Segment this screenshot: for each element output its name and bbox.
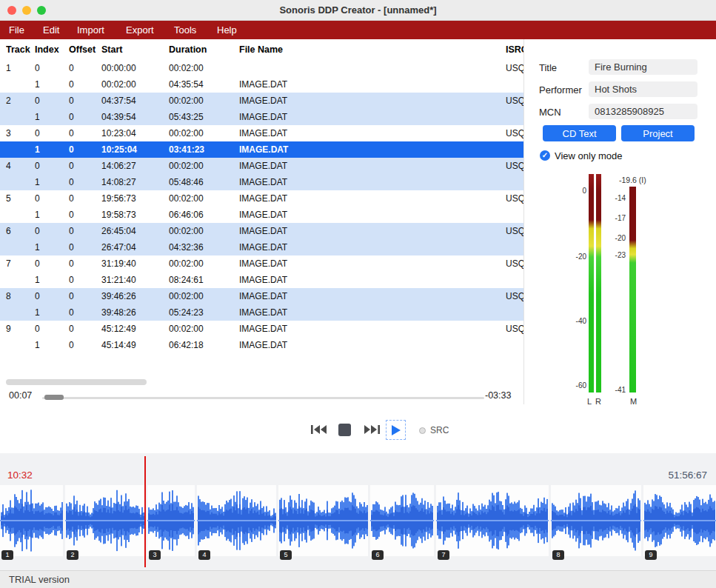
play-button[interactable] xyxy=(386,420,406,440)
table-row[interactable]: 80039:46:2600:02:00IMAGE.DATUSQ xyxy=(0,288,523,304)
waveform-strip[interactable]: 123456789 xyxy=(0,485,716,563)
stop-icon[interactable] xyxy=(338,424,351,436)
table-row[interactable]: 1026:47:0404:32:36IMAGE.DAT xyxy=(0,239,523,255)
status-bar: TRIAL version xyxy=(0,570,716,588)
waveform-track-number[interactable]: 2 xyxy=(67,550,78,560)
table-row[interactable]: 1045:14:4906:42:18IMAGE.DAT xyxy=(0,337,523,353)
table-row[interactable]: 20004:37:5400:02:00IMAGE.DATUSQ xyxy=(0,93,523,109)
cell-index: 0 xyxy=(35,158,69,174)
cell-isrc: USQ xyxy=(506,255,523,272)
table-row[interactable]: 1019:58:7306:46:06IMAGE.DAT xyxy=(0,207,523,223)
lr-meter-scale-label: 0 xyxy=(563,187,586,195)
total-duration-time: 51:56:67 xyxy=(668,470,707,481)
table-row[interactable]: 1039:48:2605:24:23IMAGE.DAT xyxy=(0,304,523,321)
cell-isrc: USQ xyxy=(506,321,523,337)
waveform-track-segment[interactable] xyxy=(0,485,63,556)
cell-track: 3 xyxy=(6,125,35,141)
waveform-track-number[interactable]: 4 xyxy=(198,550,210,560)
waveform-track-segment[interactable] xyxy=(147,485,195,556)
table-row[interactable]: 60026:45:0400:02:00IMAGE.DATUSQ xyxy=(0,223,523,239)
waveform-track-segment[interactable] xyxy=(65,485,145,556)
waveform-track-segment[interactable] xyxy=(436,485,549,556)
table-row[interactable]: 1010:25:0403:41:23IMAGE.DAT xyxy=(0,141,523,158)
menu-item-help[interactable]: Help xyxy=(217,21,237,39)
cell-index: 0 xyxy=(35,125,69,141)
track-table-body: 10000:00:0000:02:00USQ1000:02:0004:35:54… xyxy=(0,60,523,353)
table-row[interactable]: 50019:56:7300:02:00IMAGE.DATUSQ xyxy=(0,190,523,207)
column-header-filename[interactable]: File Name xyxy=(239,39,506,60)
table-row[interactable]: 30010:23:0400:02:00IMAGE.DATUSQ xyxy=(0,125,523,141)
cell-track: 4 xyxy=(6,158,35,174)
playhead-line[interactable] xyxy=(144,456,146,567)
cell-start: 45:12:49 xyxy=(101,321,169,337)
mono-loudness-meter xyxy=(629,187,636,392)
table-row[interactable]: 40014:06:2700:02:00IMAGE.DATUSQ xyxy=(0,158,523,174)
performer-field-label: Performer xyxy=(539,84,582,96)
cell-start: 10:25:04 xyxy=(101,141,169,158)
play-icon xyxy=(391,424,401,436)
cell-duration: 00:02:00 xyxy=(169,255,239,272)
waveform-track-segment[interactable] xyxy=(551,485,641,556)
mcn-field[interactable] xyxy=(589,104,697,119)
column-header-index[interactable]: Index xyxy=(35,39,69,60)
menu-item-tools[interactable]: Tools xyxy=(174,21,196,39)
waveform-track-number[interactable]: 8 xyxy=(552,550,564,560)
cell-duration: 08:24:61 xyxy=(169,272,239,288)
cell-file: IMAGE.DAT xyxy=(239,76,506,93)
cell-index: 0 xyxy=(35,190,69,207)
waveform-track-number[interactable]: 1 xyxy=(1,550,13,560)
table-row[interactable]: 1031:21:4008:24:61IMAGE.DAT xyxy=(0,272,523,288)
waveform-track-segment[interactable] xyxy=(370,485,434,556)
column-header-duration[interactable]: Duration xyxy=(169,39,239,60)
cell-index: 0 xyxy=(35,288,69,304)
cell-track xyxy=(6,239,35,255)
waveform-track-segment[interactable] xyxy=(643,485,716,556)
table-row[interactable]: 70031:19:4000:02:00IMAGE.DATUSQ xyxy=(0,255,523,272)
table-row[interactable]: 1000:02:0004:35:54IMAGE.DAT xyxy=(0,76,523,93)
table-row[interactable]: 1004:39:5405:43:25IMAGE.DAT xyxy=(0,109,523,125)
cell-offset: 0 xyxy=(69,239,101,255)
performer-field[interactable] xyxy=(589,81,697,97)
previous-track-icon[interactable] xyxy=(310,423,327,436)
project-button[interactable]: Project xyxy=(621,125,695,141)
column-header-offset[interactable]: Offset xyxy=(69,39,101,60)
src-indicator-led[interactable] xyxy=(419,427,426,434)
menu-item-import[interactable]: Import xyxy=(77,21,104,39)
waveform-graphic xyxy=(370,485,434,556)
menu-item-edit[interactable]: Edit xyxy=(43,21,59,39)
seek-slider-thumb[interactable] xyxy=(44,395,64,400)
cell-offset: 0 xyxy=(69,174,101,190)
cell-offset: 0 xyxy=(69,304,101,321)
lr-meter-scale-label: -20 xyxy=(563,253,586,261)
waveform-track-number[interactable]: 9 xyxy=(645,550,657,560)
table-row[interactable]: 90045:12:4900:02:00IMAGE.DATUSQ xyxy=(0,321,523,337)
menu-item-file[interactable]: File xyxy=(9,21,24,39)
cell-start: 39:48:26 xyxy=(101,304,169,321)
waveform-track-segment[interactable] xyxy=(278,485,368,556)
table-row[interactable]: 10000:00:0000:02:00USQ xyxy=(0,60,523,76)
cd-text-button[interactable]: CD Text xyxy=(543,125,616,141)
cell-duration: 00:02:00 xyxy=(169,158,239,174)
next-track-icon[interactable] xyxy=(364,423,381,436)
column-header-track[interactable]: Track xyxy=(6,39,35,60)
cell-isrc xyxy=(506,76,523,93)
waveform-track-number[interactable]: 5 xyxy=(280,550,292,560)
title-field[interactable] xyxy=(589,59,697,75)
view-only-checkbox-icon[interactable]: ✓ xyxy=(540,150,550,161)
cell-offset: 0 xyxy=(69,109,101,125)
table-row[interactable]: 1014:08:2705:48:46IMAGE.DAT xyxy=(0,174,523,190)
table-horizontal-scrollbar[interactable] xyxy=(6,379,147,385)
waveform-track-number[interactable]: 7 xyxy=(438,550,449,560)
waveform-track-number[interactable]: 6 xyxy=(372,550,384,560)
cell-isrc: USQ xyxy=(506,158,523,174)
waveform-track-segment[interactable] xyxy=(197,485,276,556)
column-header-isrc[interactable]: ISRC xyxy=(506,39,523,60)
menu-item-export[interactable]: Export xyxy=(126,21,154,39)
waveform-track-number[interactable]: 3 xyxy=(149,550,161,560)
column-header-start[interactable]: Start xyxy=(101,39,169,60)
cell-file: IMAGE.DAT xyxy=(239,272,506,288)
cell-offset: 0 xyxy=(69,207,101,223)
cell-offset: 0 xyxy=(69,288,101,304)
seek-slider[interactable] xyxy=(42,397,484,399)
cell-index: 0 xyxy=(35,60,69,76)
